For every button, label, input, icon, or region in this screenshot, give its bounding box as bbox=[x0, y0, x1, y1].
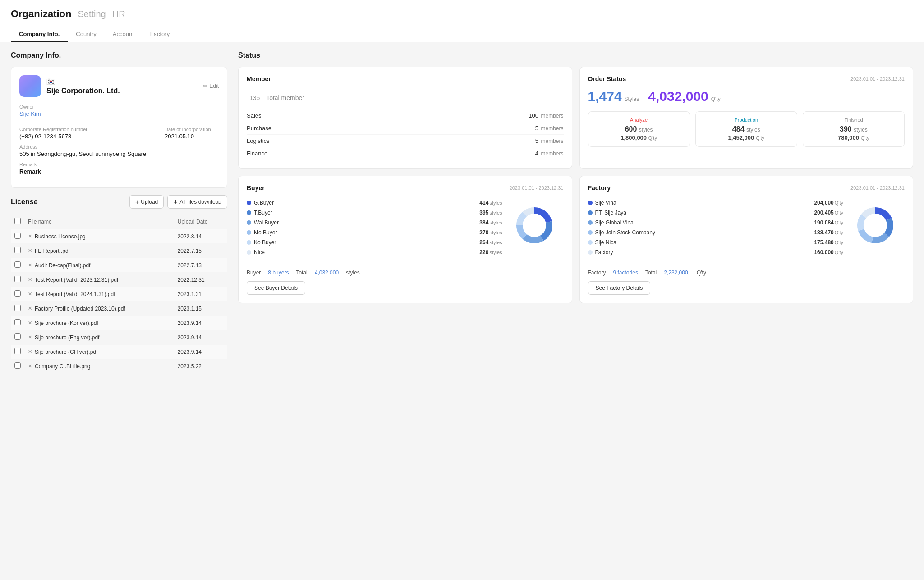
donut-segment bbox=[540, 221, 552, 241]
factory-footer-row: Factory 9 factories Total 2,232,000, Q't… bbox=[588, 269, 905, 276]
buyer-value: 414styles bbox=[479, 200, 502, 206]
file-checkbox[interactable] bbox=[14, 233, 21, 239]
member-dept-row: Sales 100 members bbox=[247, 110, 564, 122]
file-remove-icon[interactable]: ✕ bbox=[28, 277, 32, 283]
company-info-title: Company Info. bbox=[11, 51, 227, 59]
buyer-color-dot bbox=[247, 201, 251, 205]
order-badges: Analyze 600 styles 1,800,000 Q'ty Produc… bbox=[588, 111, 905, 147]
nav-setting[interactable]: Setting bbox=[78, 9, 106, 19]
file-checkbox[interactable] bbox=[14, 276, 21, 282]
file-checkbox[interactable] bbox=[14, 348, 21, 354]
member-dept-row: Finance 4 members bbox=[247, 147, 564, 160]
buyer-card-title: Buyer bbox=[247, 184, 265, 192]
tab-company-info[interactable]: Company Info. bbox=[11, 27, 68, 42]
upload-button[interactable]: + Upload bbox=[129, 195, 164, 209]
status-title: Status bbox=[238, 51, 913, 59]
member-total-num: 136 bbox=[249, 94, 260, 101]
buyer-card-header: Buyer 2023.01.01 - 2023.12.31 bbox=[247, 184, 564, 192]
main-content: Company Info. 🇰🇷 Sije Corporation. Ltd. … bbox=[0, 42, 924, 383]
member-dept: Logistics bbox=[247, 137, 270, 144]
license-title: License bbox=[11, 198, 38, 206]
file-remove-icon[interactable]: ✕ bbox=[28, 320, 32, 326]
edit-button[interactable]: Edit bbox=[203, 83, 219, 89]
badge-label: Analyze bbox=[594, 117, 684, 123]
file-checkbox[interactable] bbox=[14, 319, 21, 325]
file-date: 2023.9.14 bbox=[174, 345, 227, 359]
file-row: ✕ Company CI.BI file.png 2023.5.22 bbox=[11, 359, 227, 374]
file-checkbox[interactable] bbox=[14, 333, 21, 340]
select-all-checkbox[interactable] bbox=[14, 218, 21, 224]
file-checkbox[interactable] bbox=[14, 261, 21, 268]
file-remove-icon[interactable]: ✕ bbox=[28, 248, 32, 254]
file-remove-icon[interactable]: ✕ bbox=[28, 233, 32, 239]
tab-factory[interactable]: Factory bbox=[142, 27, 178, 42]
factory-row: Factory 160,000Q'ty bbox=[588, 247, 844, 257]
file-remove-icon[interactable]: ✕ bbox=[28, 363, 32, 369]
file-remove-icon[interactable]: ✕ bbox=[28, 291, 32, 297]
badge-qty: 1,452,000 Q'ty bbox=[701, 134, 791, 141]
file-checkbox[interactable] bbox=[14, 305, 21, 311]
app-title-main: Organization bbox=[11, 8, 71, 20]
file-checkbox[interactable] bbox=[14, 247, 21, 253]
factory-value: 175,480Q'ty bbox=[814, 239, 843, 246]
factory-date-range: 2023.01.01 - 2023.12.31 bbox=[850, 185, 905, 191]
owner-label: Owner bbox=[19, 104, 219, 110]
file-checkbox[interactable] bbox=[14, 362, 21, 369]
download-icon: ⬇ bbox=[173, 199, 178, 205]
buyer-count: 8 buyers bbox=[268, 269, 289, 276]
buyer-chart-section: G.Buyer 414styles T.Buyer 395styles Wal … bbox=[247, 198, 564, 257]
plus-icon: + bbox=[135, 198, 139, 206]
factory-row: Sije Vina 204,000Q'ty bbox=[588, 198, 844, 208]
file-remove-icon[interactable]: ✕ bbox=[28, 262, 32, 268]
buyer-row: T.Buyer 395styles bbox=[247, 208, 502, 218]
remark-label: Remark bbox=[19, 162, 219, 167]
tab-country[interactable]: Country bbox=[68, 27, 105, 42]
left-column: Company Info. 🇰🇷 Sije Corporation. Ltd. … bbox=[11, 51, 227, 374]
factory-value: 160,000Q'ty bbox=[814, 249, 843, 256]
license-actions: + Upload ⬇ All files download bbox=[129, 195, 227, 209]
badge-styles-unit: styles bbox=[746, 127, 760, 133]
owner-value[interactable]: Sije Kim bbox=[19, 110, 219, 117]
date-label: Date of Incorporation bbox=[165, 127, 219, 132]
tab-account[interactable]: Account bbox=[105, 27, 142, 42]
file-name: Audit Re-cap(Final).pdf bbox=[35, 262, 90, 269]
download-all-button[interactable]: ⬇ All files download bbox=[167, 195, 227, 209]
corp-reg-label: Corporate Registration number bbox=[19, 127, 157, 132]
nav-hr[interactable]: HR bbox=[112, 9, 125, 19]
buyer-card-footer: Buyer 8 buyers Total 4,032,000 styles Se… bbox=[247, 264, 564, 295]
company-name: Sije Corporation. Ltd. bbox=[46, 87, 120, 95]
file-row: ✕ Business License.jpg 2022.8.14 bbox=[11, 229, 227, 244]
app-header: Organization Setting HR Company Info. Co… bbox=[0, 0, 924, 42]
file-name: Test Report (Valid_2024.1.31).pdf bbox=[35, 291, 115, 297]
corp-reg-value: (+82) 02-1234-5678 bbox=[19, 133, 157, 140]
badge-styles: 390 styles bbox=[809, 125, 899, 133]
file-row: ✕ Factory Profile (Updated 2023.10).pdf … bbox=[11, 301, 227, 316]
member-count: 5 members bbox=[535, 137, 564, 144]
buyer-name: T.Buyer bbox=[254, 210, 272, 216]
file-remove-icon[interactable]: ✕ bbox=[28, 334, 32, 340]
factory-rows: Sije Vina 204,000Q'ty PT. Sije Jaya 200,… bbox=[588, 198, 844, 257]
file-remove-icon[interactable]: ✕ bbox=[28, 306, 32, 311]
corp-reg-row: Corporate Registration number (+82) 02-1… bbox=[19, 127, 157, 140]
see-buyer-details-button[interactable]: See Buyer Details bbox=[247, 281, 305, 295]
order-card: Order Status 2023.01.01 - 2023.12.31 1,4… bbox=[579, 67, 914, 169]
buyer-name: Wal Buyer bbox=[254, 219, 279, 226]
badge-qty: 780,000 Q'ty bbox=[809, 134, 899, 141]
badge-qty-unit: Q'ty bbox=[861, 135, 869, 141]
file-checkbox[interactable] bbox=[14, 290, 21, 297]
factory-footer-label: Factory bbox=[588, 269, 606, 276]
factory-card-header: Factory 2023.01.01 - 2023.12.31 bbox=[588, 184, 905, 192]
factory-color-dot bbox=[588, 220, 593, 225]
member-unit: members bbox=[541, 138, 563, 144]
badge-styles: 600 styles bbox=[594, 125, 684, 133]
factory-color-dot bbox=[588, 240, 593, 245]
buyer-color-dot bbox=[247, 240, 251, 245]
buyer-name: Ko Buyer bbox=[254, 239, 276, 246]
file-remove-icon[interactable]: ✕ bbox=[28, 349, 32, 355]
factory-row: Sije Join Stock Company 188,470Q'ty bbox=[588, 228, 844, 237]
see-factory-details-button[interactable]: See Factory Details bbox=[588, 281, 651, 295]
factory-name: Sije Join Stock Company bbox=[595, 229, 655, 236]
buyer-value: 270styles bbox=[479, 229, 502, 236]
order-card-header: Order Status 2023.01.01 - 2023.12.31 bbox=[588, 75, 905, 82]
factory-value: 190,084Q'ty bbox=[814, 219, 843, 226]
